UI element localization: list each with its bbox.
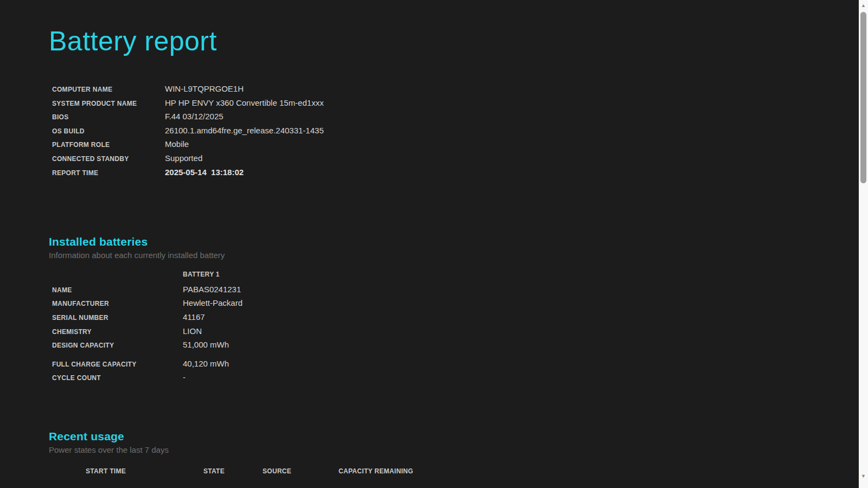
battery-label: CHEMISTRY [49,328,183,336]
usage-column-header-start-time: START TIME [76,464,194,478]
battery-column-header-row: BATTERY 1 [49,271,859,285]
report-time-value: 2025-05-14 13:18:02 [165,168,244,177]
battery-row: FULL CHARGE CAPACITY 40,120 mWh [49,359,859,373]
info-value: Mobile [165,139,189,149]
battery-details-table: BATTERY 1 NAME PABAS0241231 MANUFACTURER… [49,271,859,387]
recent-usage-table: START TIME STATE SOURCE CAPACITY REMAINI… [76,464,859,478]
battery-label: CYCLE COUNT [49,374,183,382]
recent-usage-heading: Recent usage [49,430,859,443]
battery-value: LION [183,326,202,336]
info-value: Supported [165,153,202,163]
battery-column-header: BATTERY 1 [183,271,220,278]
installed-batteries-section: Installed batteries Information about ea… [49,235,859,387]
info-label: BIOS [49,113,165,121]
installed-batteries-subtitle: Information about each currently install… [49,251,859,260]
installed-batteries-heading: Installed batteries [49,235,859,248]
scroll-down-icon[interactable]: ▼ [859,472,868,480]
system-info-row: SYSTEM PRODUCT NAME HP HP ENVY x360 Conv… [49,98,859,112]
info-value: HP HP ENVY x360 Convertible 15m-ed1xxx [165,98,324,107]
info-value: F.44 03/12/2025 [165,112,224,121]
info-label: COMPUTER NAME [49,86,165,93]
scrollbar-thumb[interactable] [860,12,866,183]
info-value: 26100.1.amd64fre.ge_release.240331-1435 [165,126,324,135]
battery-label: MANUFACTURER [49,300,183,307]
recent-usage-subtitle: Power states over the last 7 days [49,445,859,454]
vertical-scrollbar[interactable]: ▲ ▼ [859,0,868,488]
battery-label: DESIGN CAPACITY [49,342,183,349]
system-info-row: BIOS F.44 03/12/2025 [49,112,859,126]
info-value: WIN-L9TQPRGOE1H [165,84,244,93]
battery-value: 51,000 mWh [183,340,229,349]
battery-label: FULL CHARGE CAPACITY [49,361,183,368]
system-info-row: COMPUTER NAME WIN-L9TQPRGOE1H [49,84,859,98]
usage-column-header-state: STATE [194,464,253,478]
system-info-row: REPORT TIME 2025-05-14 13:18:02 [49,168,859,182]
usage-column-header-capacity-remaining: CAPACITY REMAINING [329,464,438,478]
battery-value: 41167 [183,312,205,322]
info-label: REPORT TIME [49,169,165,177]
info-label: CONNECTED STANDBY [49,155,165,163]
battery-row: DESIGN CAPACITY 51,000 mWh [49,340,859,354]
system-info-row: OS BUILD 26100.1.amd64fre.ge_release.240… [49,126,859,140]
battery-row: CYCLE COUNT - [49,373,859,387]
page-title: Battery report [49,24,859,59]
battery-row: CHEMISTRY LION [49,326,859,341]
battery-value: Hewlett-Packard [183,298,242,307]
battery-row: MANUFACTURER Hewlett-Packard [49,298,859,312]
system-info-table: COMPUTER NAME WIN-L9TQPRGOE1H SYSTEM PRO… [49,84,859,181]
info-label: SYSTEM PRODUCT NAME [49,100,165,107]
recent-usage-section: Recent usage Power states over the last … [49,430,859,478]
battery-table-gap [49,354,859,359]
battery-value: 40,120 mWh [183,359,229,368]
info-label: OS BUILD [49,127,165,135]
battery-label: NAME [49,286,183,294]
battery-row: SERIAL NUMBER 41167 [49,312,859,326]
usage-column-header-source: SOURCE [253,464,329,478]
battery-value: - [183,373,186,382]
scroll-up-icon[interactable]: ▲ [859,1,868,10]
info-label: PLATFORM ROLE [49,141,165,149]
battery-label: SERIAL NUMBER [49,314,183,322]
battery-row: NAME PABAS0241231 [49,285,859,299]
battery-value: PABAS0241231 [183,285,241,294]
system-info-row: CONNECTED STANDBY Supported [49,153,859,168]
battery-report-page: Battery report COMPUTER NAME WIN-L9TQPRG… [0,0,859,488]
system-info-row: PLATFORM ROLE Mobile [49,139,859,153]
